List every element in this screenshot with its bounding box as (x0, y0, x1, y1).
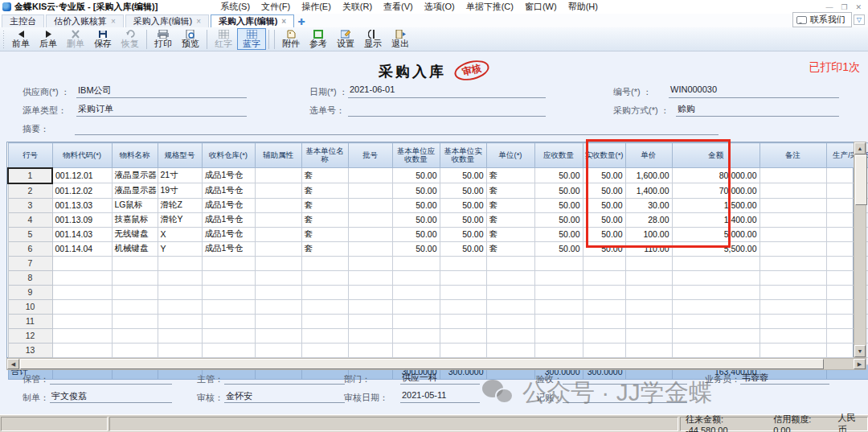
grid-cell[interactable] (52, 270, 112, 285)
grid-cell[interactable]: 001.14.03 (52, 227, 112, 241)
grid-cell[interactable] (202, 256, 255, 270)
grid-cell[interactable] (202, 343, 255, 357)
grid-cell[interactable]: 21寸 (158, 168, 202, 183)
menu-item-1[interactable]: 文件(F) (261, 1, 290, 13)
grid-cell[interactable] (348, 343, 392, 357)
grid-cell[interactable]: 无线键盘 (112, 227, 158, 241)
grid-cell[interactable]: 成品1号仓 (202, 198, 255, 212)
grid-cell[interactable] (52, 328, 112, 343)
menu-item-5[interactable]: 选项(O) (424, 1, 455, 13)
grid-cell[interactable]: 机械键盘 (112, 241, 158, 256)
grid-cell[interactable] (301, 285, 348, 299)
grid-cell[interactable] (672, 285, 760, 299)
grid-cell[interactable]: 001.12.02 (52, 183, 112, 199)
grid-cell[interactable] (301, 270, 348, 285)
grid-cell[interactable] (760, 270, 826, 285)
grid-cell[interactable] (255, 328, 301, 343)
grid-cell[interactable] (158, 285, 202, 299)
grid-cell[interactable]: 50.00 (440, 241, 486, 256)
grid-cell[interactable] (392, 343, 440, 357)
scroll-up-icon[interactable]: ▲ (854, 142, 866, 154)
grid-cell[interactable]: 套 (301, 183, 348, 199)
tab-purchase-inbound-2[interactable]: 采购入库(编辑)× (211, 14, 294, 27)
grid-cell[interactable] (486, 314, 534, 328)
grid-cell[interactable] (440, 256, 486, 270)
blue-entry-button[interactable]: 蓝字 (237, 28, 266, 50)
grid-cell[interactable]: 5,500.00 (672, 241, 760, 256)
grid-cell[interactable] (760, 227, 826, 241)
purchase-mode-field[interactable]: 赊购 (676, 103, 839, 117)
source-type-field[interactable]: 采购订单 (76, 103, 247, 117)
grid-cell[interactable] (348, 328, 392, 343)
grid-cell[interactable] (486, 256, 534, 270)
tab-close-icon[interactable]: × (196, 17, 201, 26)
grid-cell[interactable] (534, 314, 583, 328)
row-number-cell[interactable]: 11 (8, 314, 52, 328)
grid-cell[interactable]: 50.00 (583, 212, 625, 227)
grid-cell[interactable]: 套 (486, 241, 534, 256)
menu-item-2[interactable]: 操作(E) (301, 1, 331, 13)
grid-cell[interactable]: 50.00 (440, 212, 486, 227)
tab-purchase-inbound-1[interactable]: 采购入库(编辑)× (125, 14, 209, 27)
grid-cell[interactable] (255, 198, 301, 212)
grid-cell[interactable] (672, 299, 760, 314)
grid-cell[interactable] (760, 314, 826, 328)
grid-cell[interactable] (348, 285, 392, 299)
grid-cell[interactable]: 50.00 (440, 198, 486, 212)
grid-cell[interactable] (392, 256, 440, 270)
grid-cell[interactable]: 001.13.09 (52, 212, 112, 227)
grid-cell[interactable] (760, 299, 826, 314)
auditor-field[interactable]: 金怀安 (224, 390, 345, 403)
number-field[interactable]: WIN000030 (669, 84, 839, 98)
grid-cell[interactable]: 001.12.01 (52, 168, 112, 183)
grid-cell[interactable] (534, 343, 583, 357)
display-button[interactable]: 显示 (359, 29, 387, 49)
grid-cell[interactable] (486, 299, 534, 314)
restore-button[interactable]: 恢复 (117, 29, 144, 49)
grid-cell[interactable] (301, 299, 348, 314)
grid-cell[interactable]: 套 (486, 212, 534, 227)
grid-cell[interactable]: Y (158, 241, 202, 256)
grid-cell[interactable] (255, 314, 301, 328)
grid-cell[interactable] (534, 285, 583, 299)
menu-item-6[interactable]: 单据下推(C) (466, 1, 514, 13)
grid-cell[interactable]: 成品1号仓 (202, 168, 255, 183)
grid-cell[interactable] (52, 285, 112, 299)
grid-cell[interactable]: 50.00 (392, 168, 440, 183)
grid-cell[interactable]: 液晶显示器 (112, 168, 158, 183)
tab-main-console[interactable]: 主控台 (2, 14, 44, 27)
grid-cell[interactable] (348, 256, 392, 270)
grid-cell[interactable] (255, 227, 301, 241)
grid-cell[interactable] (301, 328, 348, 343)
grid-cell[interactable]: 001.14.04 (52, 241, 112, 256)
grid-cell[interactable]: 滑轮Z (158, 198, 202, 212)
date-field[interactable]: 2021-06-01 (348, 84, 546, 98)
grid-cell[interactable] (625, 328, 672, 343)
row-number-cell[interactable]: 3 (8, 198, 52, 212)
print-button[interactable]: 打印 (149, 29, 177, 49)
row-number-cell[interactable]: 9 (8, 285, 52, 299)
row-number-cell[interactable]: 10 (8, 299, 52, 314)
grid-cell[interactable] (348, 183, 392, 199)
grid-cell[interactable]: 成品1号仓 (202, 227, 255, 241)
grid-cell[interactable]: 50.00 (583, 227, 625, 241)
grid-cell[interactable] (760, 343, 826, 357)
grid-cell[interactable] (440, 343, 486, 357)
grid-cell[interactable] (112, 314, 158, 328)
grid-cell[interactable] (255, 285, 301, 299)
grid-cell[interactable]: 50.00 (534, 241, 583, 256)
grid-cell[interactable] (348, 212, 392, 227)
grid-cell[interactable]: 套 (301, 168, 348, 183)
grid-cell[interactable]: 50.00 (534, 168, 583, 183)
keeper-field[interactable] (50, 372, 172, 385)
grid-cell[interactable] (583, 299, 625, 314)
grid-cell[interactable]: 28.00 (625, 212, 672, 227)
grid-cell[interactable] (440, 270, 486, 285)
grid-cell[interactable] (440, 328, 486, 343)
grid-cell[interactable]: 50.00 (534, 227, 583, 241)
delete-doc-button[interactable]: 删单 (62, 29, 89, 49)
grid-cell[interactable]: 套 (301, 198, 348, 212)
exit-button[interactable]: 退出 (387, 29, 414, 49)
prev-doc-button[interactable]: 前单 (7, 29, 35, 49)
row-number-cell[interactable]: 5 (8, 227, 52, 241)
